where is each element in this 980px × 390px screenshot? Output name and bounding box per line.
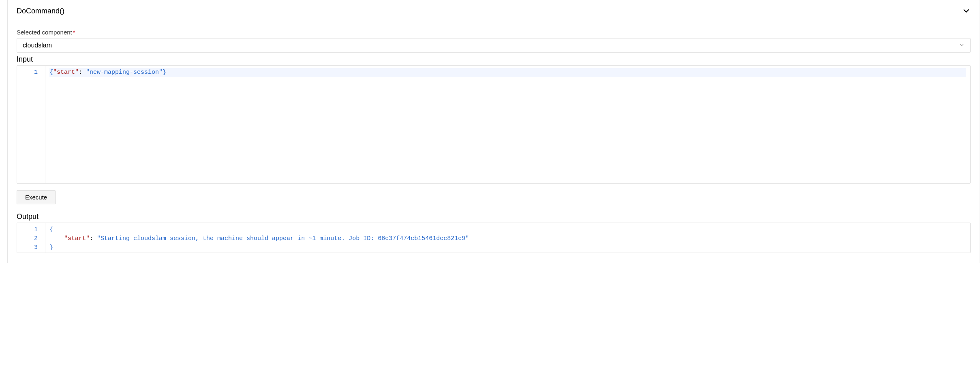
execute-button[interactable]: Execute	[17, 190, 56, 204]
selected-component-label: Selected component*	[17, 29, 971, 36]
chevron-down-icon	[959, 42, 965, 49]
output-gutter: 123	[17, 223, 45, 253]
code-line: {	[49, 225, 966, 234]
do-command-panel: DoCommand() Selected component* cloudsla…	[7, 0, 980, 263]
selected-component-value: cloudslam	[23, 42, 959, 49]
line-number: 1	[17, 225, 45, 234]
output-code: { "start": "Starting cloudslam session, …	[45, 223, 970, 253]
input-gutter: 1	[17, 66, 45, 183]
panel-header[interactable]: DoCommand()	[8, 0, 980, 22]
input-label: Input	[17, 55, 971, 64]
panel-body: Selected component* cloudslam Input 1 {"…	[8, 22, 980, 263]
selected-component-select[interactable]: cloudslam	[17, 38, 971, 53]
panel-title: DoCommand()	[17, 7, 64, 15]
code-line: }	[49, 243, 966, 252]
input-editor[interactable]: 1 {"start": "new-mapping-session"}	[17, 65, 971, 184]
required-indicator: *	[73, 29, 75, 36]
output-label: Output	[17, 212, 971, 221]
chevron-down-icon	[962, 6, 971, 15]
code-line: "start": "Starting cloudslam session, th…	[49, 234, 966, 243]
code-line[interactable]: {"start": "new-mapping-session"}	[49, 68, 966, 77]
output-editor: 123 { "start": "Starting cloudslam sessi…	[17, 223, 971, 253]
line-number: 1	[17, 68, 45, 77]
input-code[interactable]: {"start": "new-mapping-session"}	[45, 66, 970, 183]
line-number: 2	[17, 234, 45, 243]
line-number: 3	[17, 243, 45, 252]
